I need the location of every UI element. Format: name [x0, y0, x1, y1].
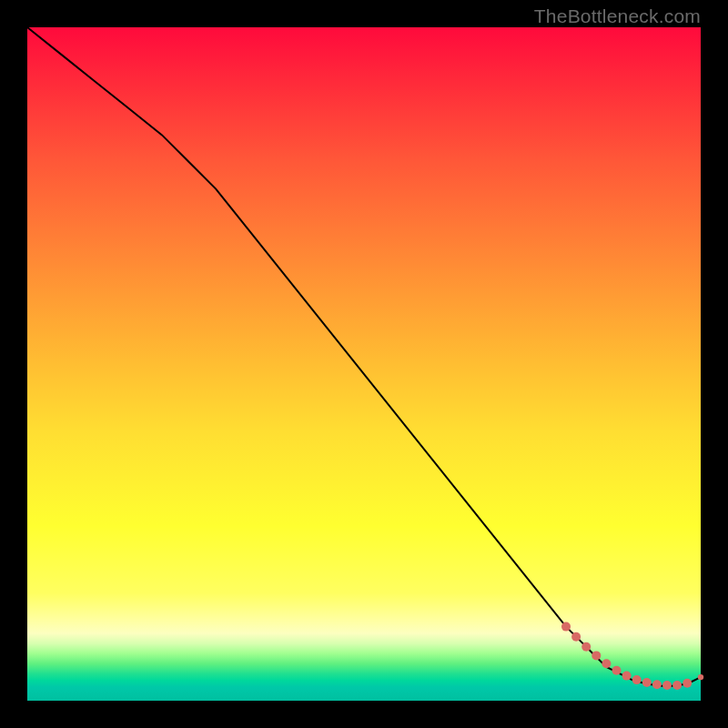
marker-dot	[581, 642, 591, 652]
marker-dot	[662, 681, 672, 690]
bottom-marker-group	[561, 622, 703, 690]
marker-dot	[622, 672, 632, 681]
marker-dot	[612, 666, 622, 675]
curve-line	[27, 27, 701, 686]
marker-dot	[682, 679, 692, 688]
marker-dot	[561, 622, 571, 632]
marker-dot	[632, 675, 642, 684]
marker-dot	[652, 680, 662, 689]
marker-dot	[698, 674, 703, 680]
chart-frame: TheBottleneck.com	[0, 0, 728, 728]
chart-overlay	[27, 27, 701, 701]
marker-dot	[672, 681, 682, 690]
marker-dot	[592, 651, 601, 660]
watermark-text: TheBottleneck.com	[534, 5, 701, 27]
marker-dot	[642, 678, 652, 687]
marker-dot	[571, 632, 581, 642]
marker-dot	[602, 659, 611, 668]
